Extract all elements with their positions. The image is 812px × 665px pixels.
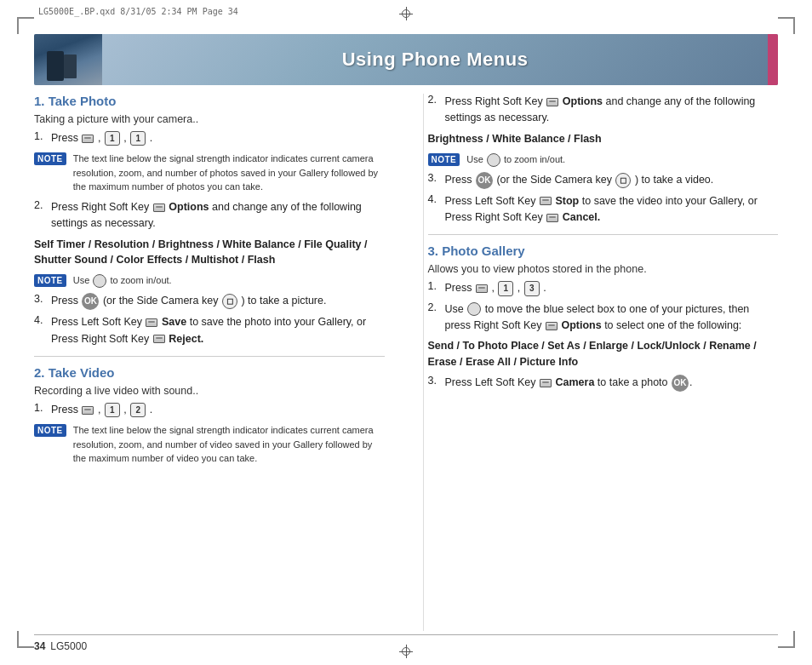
page-footer: 34 LG5000 bbox=[34, 634, 778, 652]
step-num: 2. bbox=[34, 199, 48, 211]
right-soft-key-icon-g bbox=[546, 322, 558, 330]
note-text-v1: The text line below the signal strength … bbox=[73, 423, 385, 466]
gallery-step2: 2. Use to move the blue select box to on… bbox=[428, 301, 779, 335]
section-take-video: 2. Take Video Recording a live video wit… bbox=[34, 365, 385, 466]
step-num: 1. bbox=[428, 280, 442, 292]
corner-mark-tr bbox=[778, 17, 795, 34]
take-photo-subtitle: Taking a picture with your camera.. bbox=[34, 113, 385, 125]
right-soft-key-icon bbox=[153, 204, 165, 212]
section-photo-gallery: 3. Photo Gallery Allows you to view phot… bbox=[428, 244, 779, 392]
step-content: Press OK (or the Side Camera key ◻ ) to … bbox=[445, 172, 779, 189]
step1-text: Press bbox=[51, 404, 78, 416]
divider2 bbox=[428, 234, 779, 235]
options-list-3: Send / To Photo Place / Set As / Enlarge… bbox=[428, 338, 779, 370]
corner-mark-br bbox=[778, 631, 795, 648]
soft-key-icon bbox=[82, 406, 94, 415]
left-soft-key-icon-g bbox=[540, 379, 552, 387]
take-video-note2: NOTE Use to zoom in/out. bbox=[428, 152, 779, 167]
header-accent bbox=[768, 34, 778, 85]
nav-icon bbox=[93, 274, 106, 288]
main-content: 1. Take Photo Taking a picture with your… bbox=[34, 94, 778, 631]
step3-text: Press bbox=[51, 295, 78, 307]
registration-mark-top bbox=[399, 7, 413, 20]
gallery-step1: 1. Press , 1 , 3 . bbox=[428, 280, 779, 296]
footer-page-number: 34 bbox=[34, 640, 45, 652]
step4-bold: Save bbox=[162, 316, 186, 328]
key-1-icon: 1 bbox=[105, 403, 120, 418]
step3-text2: (or the Side Camera key bbox=[496, 174, 611, 186]
step-num: 1. bbox=[34, 402, 48, 414]
step2-after2: to select one of the following: bbox=[604, 319, 741, 331]
note-label-v2: NOTE bbox=[428, 153, 460, 166]
section-title-take-photo: 1. Take Photo bbox=[34, 94, 385, 108]
footer-model: LG5000 bbox=[50, 640, 87, 652]
side-cam-icon: ◻ bbox=[222, 294, 237, 309]
nav-icon-2 bbox=[487, 153, 500, 167]
note-text-v2: Use to zoom in/out. bbox=[466, 152, 565, 167]
gallery-step3: 3. Press Left Soft Key Camera to take a … bbox=[428, 375, 779, 392]
take-video-step2: 2. Press Right Soft Key Options and chan… bbox=[428, 94, 779, 127]
step3-text: Press Left Soft Key bbox=[445, 376, 536, 388]
step-content: Use to move the blue select box to one o… bbox=[445, 301, 779, 335]
ok-btn-g: OK bbox=[672, 375, 689, 392]
step2-text: Press Right Soft Key bbox=[445, 95, 543, 107]
step4-bold2: Cancel. bbox=[563, 211, 600, 223]
step4-bold2: Reject. bbox=[169, 333, 203, 345]
step4-text: Press Left Soft Key bbox=[445, 195, 536, 207]
take-video-note1: NOTE The text line below the signal stre… bbox=[34, 423, 385, 466]
step-num: 2. bbox=[428, 301, 442, 313]
soft-key-icon bbox=[82, 135, 94, 143]
note-text-2: Use to zoom in/out. bbox=[73, 273, 172, 288]
step-num: 3. bbox=[428, 375, 442, 387]
step-num: 1. bbox=[34, 130, 48, 142]
take-photo-step3: 3. Press OK (or the Side Camera key ◻ ) … bbox=[34, 293, 385, 310]
section-title-gallery: 3. Photo Gallery bbox=[428, 244, 779, 258]
step-num: 2. bbox=[428, 94, 442, 106]
gallery-subtitle: Allows you to view photos stored in the … bbox=[428, 263, 779, 275]
side-cam-icon-2: ◻ bbox=[615, 173, 631, 188]
take-photo-step2: 2. Press Right Soft Key Options and chan… bbox=[34, 199, 385, 232]
note2-text2: to zoom in/out. bbox=[504, 154, 565, 164]
left-soft-key-icon-2 bbox=[540, 197, 552, 205]
step-content: Press Left Soft Key Stop to save the vid… bbox=[445, 193, 779, 226]
step-content: Press Right Soft Key Options and change … bbox=[51, 199, 385, 232]
step4-bold: Stop bbox=[555, 195, 579, 207]
key-2-icon: 2 bbox=[130, 403, 146, 418]
ok-button-icon: OK bbox=[82, 293, 99, 310]
take-video-step1: 1. Press , 1 , 2 . bbox=[34, 402, 385, 418]
take-photo-step4: 4. Press Left Soft Key Save to save the … bbox=[34, 314, 385, 347]
take-video-step4: 4. Press Left Soft Key Stop to save the … bbox=[428, 193, 779, 226]
right-soft-key-icon-2 bbox=[153, 335, 165, 343]
take-video-step3: 3. Press OK (or the Side Camera key ◻ ) … bbox=[428, 172, 779, 189]
page-header: Using Phone Menus bbox=[34, 34, 778, 85]
step4-text: Press Left Soft Key bbox=[51, 316, 142, 328]
left-soft-key-icon bbox=[146, 318, 157, 327]
step2-bold: Options bbox=[563, 95, 603, 107]
step3-text3: ) to take a video. bbox=[635, 174, 713, 186]
note2-text: Use bbox=[73, 275, 90, 285]
step3-text3: ) to take a picture. bbox=[241, 295, 326, 307]
right-column: 2. Press Right Soft Key Options and chan… bbox=[423, 94, 779, 631]
step1-text: Press bbox=[445, 282, 472, 294]
take-photo-note1: NOTE The text line below the signal stre… bbox=[34, 152, 385, 194]
step-num: 3. bbox=[428, 172, 442, 184]
left-column: 1. Take Photo Taking a picture with your… bbox=[34, 94, 397, 631]
right-soft-key-icon-3 bbox=[546, 214, 558, 222]
step3-bold-g: Camera bbox=[555, 376, 594, 388]
divider1 bbox=[34, 356, 385, 357]
step-content: Press , 1 , 2 . bbox=[51, 402, 385, 418]
options-list: Self Timer / Resolution / Brightness / W… bbox=[34, 237, 385, 269]
step2-bold: Options bbox=[169, 201, 209, 213]
step-content: Press OK (or the Side Camera key ◻ ) to … bbox=[51, 293, 385, 310]
step3-text: Press bbox=[445, 174, 472, 186]
step-num: 4. bbox=[34, 314, 48, 326]
section2-right: 2. Press Right Soft Key Options and chan… bbox=[428, 94, 779, 226]
note2-text: Use bbox=[466, 154, 483, 164]
take-video-subtitle: Recording a live video with sound.. bbox=[34, 385, 385, 397]
step-content: Press Left Soft Key Save to save the pho… bbox=[51, 314, 385, 347]
corner-mark-tl bbox=[17, 17, 34, 34]
step-content: Press Right Soft Key Options and change … bbox=[445, 94, 779, 127]
step-content: Press Left Soft Key Camera to take a pho… bbox=[445, 375, 779, 392]
header-photo bbox=[34, 34, 102, 85]
step2-bold-g: Options bbox=[561, 319, 601, 331]
